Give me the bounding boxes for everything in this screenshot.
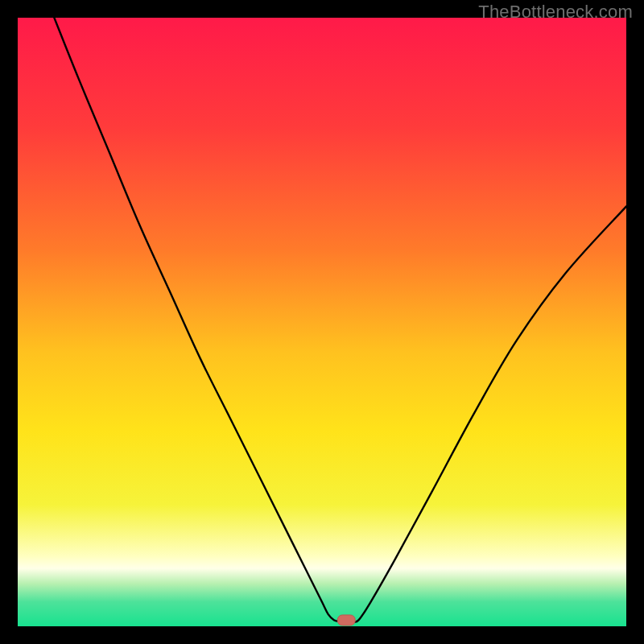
optimal-marker bbox=[337, 615, 355, 625]
watermark-text: TheBottleneck.com bbox=[478, 2, 633, 23]
gradient-background bbox=[18, 18, 626, 626]
bottleneck-curve-chart bbox=[18, 18, 626, 626]
plot-area bbox=[18, 18, 626, 626]
chart-frame: TheBottleneck.com bbox=[0, 0, 644, 644]
